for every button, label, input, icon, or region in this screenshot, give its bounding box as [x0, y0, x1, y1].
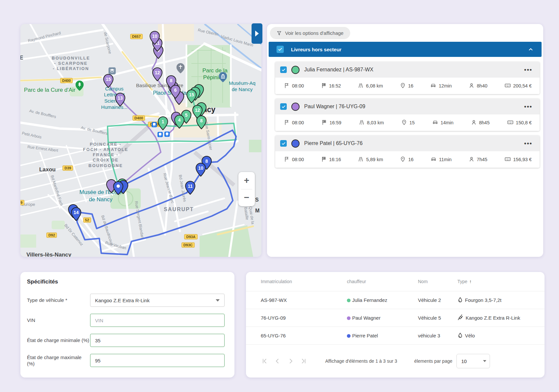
svg-text:5: 5 [185, 112, 187, 117]
chevron-up-icon[interactable] [528, 46, 534, 52]
section-checkbox[interactable] [277, 46, 284, 53]
zoom-in-button[interactable]: + [238, 172, 255, 189]
col-chauffeur[interactable]: chauffeur [347, 279, 418, 284]
driver-name: Julia Fernandez | AS-987-WX [304, 67, 373, 73]
worktime-icon [469, 156, 474, 163]
svg-text:4: 4 [178, 117, 181, 122]
table-row[interactable]: AS-987-WXJulia FernandezVéhicule 2Fourgo… [246, 291, 545, 309]
table-body: AS-987-WXJulia FernandezVéhicule 2Fourgo… [246, 291, 545, 345]
check-icon [281, 141, 286, 146]
map-pin-green-8[interactable]: 8 [196, 115, 207, 129]
end-icon [321, 83, 327, 89]
svg-text:10: 10 [152, 33, 158, 38]
display-options-button[interactable]: Voir les options d'affichage [270, 27, 350, 39]
driver-color-dot [347, 316, 351, 320]
worktime-icon [469, 83, 474, 89]
more-options-button[interactable]: ••• [524, 105, 532, 108]
pagination-info: Affichage d'éléments de 1 à 3 sur 3 [325, 358, 397, 364]
col-immatriculation[interactable]: Immatriculation [261, 279, 347, 284]
driver-card-list: Julia Fernandez | AS-987-WX•••08:0016:52… [269, 57, 542, 168]
transit-poi-icon [158, 132, 163, 138]
map-pin-blue-11[interactable]: 11 [185, 181, 195, 195]
check-icon [281, 67, 286, 72]
last-page-button[interactable] [300, 357, 307, 365]
map-label: Parc de la Cure d'Air [24, 86, 75, 93]
map-pin-green-4[interactable]: 4 [174, 115, 184, 129]
map-label: E [20, 55, 23, 61]
col-type[interactable]: Type↑ [457, 279, 535, 284]
arrow-right-icon [255, 31, 259, 37]
col-nom[interactable]: Nom [418, 279, 457, 284]
map-pin-blue-10[interactable]: 10 [196, 163, 206, 177]
end-icon [321, 119, 327, 126]
road-badge: D92 [46, 233, 57, 238]
more-options-button[interactable]: ••• [524, 142, 532, 145]
per-page-select[interactable]: 10 [456, 354, 490, 368]
driver-avatar [291, 103, 300, 111]
map-label: Villers-lès-Nancy [26, 251, 71, 257]
map-label: S [255, 197, 259, 203]
stat-cost: 1156,93 € [504, 156, 532, 163]
stat-duration: 11min [430, 156, 451, 163]
vin-input[interactable] [90, 314, 225, 327]
map-label: Viaduc Louis Marin [220, 34, 254, 48]
cell-type: Kangoo Z.E Extra R-Link [457, 314, 535, 322]
driver-checkbox[interactable] [280, 140, 287, 147]
transit-poi-icon [164, 132, 170, 138]
panel-collapse-button[interactable] [252, 23, 262, 44]
map-label: Bd de Baudricourt [100, 214, 114, 246]
map-label: Quai de la Bataille [243, 206, 256, 232]
charge-max-input[interactable] [90, 354, 225, 367]
road-badge: 52 [83, 217, 91, 223]
map-canvas[interactable]: Raymond PinchardEde ScarponeRue OberlinV… [20, 24, 261, 257]
zoom-out-button[interactable]: − [238, 189, 255, 207]
map-pin-purple-6[interactable]: 6 [170, 85, 181, 99]
driver-avatar [291, 139, 300, 148]
charge-max-row: État de charge maximale (%) [27, 354, 225, 367]
svg-text:1: 1 [509, 121, 511, 124]
map-pin-purple-15[interactable]: 15 [103, 74, 113, 88]
map-pin-purple-13[interactable]: 13 [115, 93, 125, 107]
charge-min-row: État de charge minimale (%) [27, 334, 225, 347]
section-livreurs-hors-secteur[interactable]: Livreurs hors secteur [269, 42, 542, 57]
map-pin-blue[interactable] [113, 181, 123, 195]
stat-cost: 1200,54 € [504, 83, 532, 89]
driver-card-header[interactable]: Pierre Patel | 65-UYG-76••• [275, 135, 540, 151]
cell-nom: Véhicule 5 [418, 315, 457, 321]
table-row[interactable]: 65-UYG-76Pierre Patelvéhicule 3Vélo [246, 327, 545, 345]
charge-min-input[interactable] [90, 334, 225, 347]
driver-card-header[interactable]: Julia Fernandez | AS-987-WX••• [275, 62, 540, 78]
driver-color-dot [347, 299, 351, 302]
vehicle-type-value: Kangoo Z.E Extra R-Link [95, 298, 150, 303]
next-page-button[interactable] [287, 357, 294, 365]
map-zoom-control: + − [238, 172, 255, 206]
stat-duration: 14min [432, 119, 454, 126]
cost-icon: 1 [504, 83, 511, 89]
driver-checkbox[interactable] [280, 103, 287, 110]
driver-card-header[interactable]: Paul Wagner | 76-UYG-09••• [275, 99, 540, 114]
church-poi-icon [177, 63, 185, 75]
map-pin-blue-14[interactable]: 14 [71, 207, 81, 221]
svg-text:1: 1 [162, 119, 164, 124]
svg-text:12: 12 [195, 108, 200, 113]
worktime-icon [471, 119, 477, 126]
first-page-button[interactable] [261, 357, 268, 365]
map-label: Av. de Boufflers [29, 108, 57, 119]
svg-text:12: 12 [155, 70, 160, 75]
stat-distance: 5,89 km [358, 156, 383, 163]
duration-icon [430, 82, 436, 89]
map-pin-green-1[interactable]: 1 [158, 116, 168, 130]
prev-page-button[interactable] [274, 357, 281, 365]
driver-checkbox[interactable] [280, 66, 287, 73]
more-options-button[interactable]: ••• [524, 68, 532, 71]
chevron-down-icon [216, 299, 220, 302]
svg-text:8: 8 [170, 78, 173, 83]
map-pin-purple-10[interactable]: 10 [150, 31, 160, 45]
map-pin-green-15[interactable]: 15 [186, 89, 197, 103]
stat-end: 16:59 [321, 119, 341, 126]
vehicle-type-select[interactable]: Kangoo Z.E Extra R-Link [90, 294, 225, 307]
cell-type: Fourgon 3,5-7,2t [457, 297, 535, 304]
map-pin-purple-12[interactable]: 12 [152, 67, 162, 81]
table-row[interactable]: 76-UYG-09Paul WagnerVéhicule 5Kangoo Z.E… [246, 309, 545, 327]
chevron-down-icon [483, 360, 486, 362]
